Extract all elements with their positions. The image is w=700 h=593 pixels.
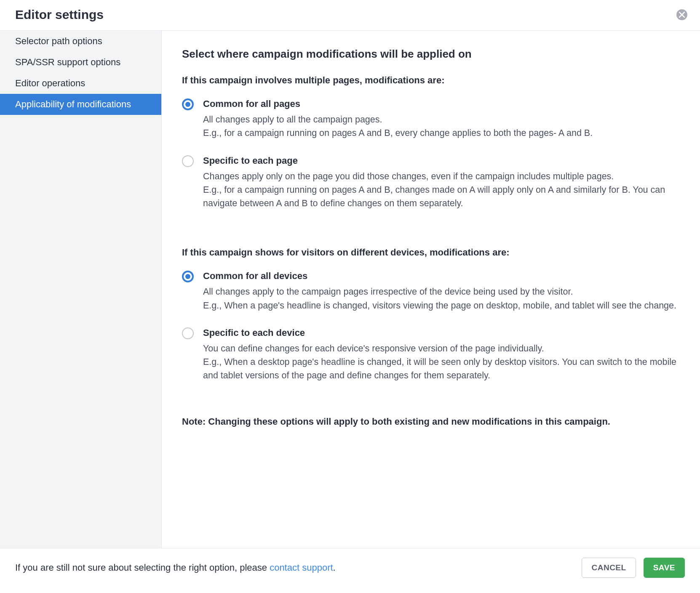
header: Editor settings — [0, 0, 700, 31]
radio-desc: You can define changes for each device's… — [203, 342, 681, 383]
note: Note: Changing these options will apply … — [182, 416, 681, 427]
radio-title: Common for all pages — [203, 98, 593, 109]
footer: If you are still not sure about selectin… — [0, 548, 700, 587]
footer-text-prefix: If you are still not sure about selectin… — [15, 562, 270, 573]
page-title: Editor settings — [15, 8, 104, 22]
close-icon — [679, 12, 685, 18]
radio-content: Common for all pages All changes apply t… — [194, 98, 593, 140]
footer-text-suffix: . — [333, 562, 336, 573]
radio-title: Specific to each device — [203, 327, 681, 338]
main-title: Select where campaign modifications will… — [182, 48, 681, 61]
radio-button-icon — [182, 98, 194, 110]
cancel-button[interactable]: CANCEL — [582, 558, 636, 578]
radio-content: Specific to each page Changes apply only… — [194, 155, 681, 210]
radio-button-icon — [182, 327, 194, 339]
section1-label: If this campaign involves multiple pages… — [182, 75, 681, 86]
radio-common-all-devices[interactable]: Common for all devices All changes apply… — [182, 271, 681, 312]
radio-desc: Changes apply only on the page you did t… — [203, 170, 681, 210]
body: Selector path options SPA/SSR support op… — [0, 31, 700, 548]
radio-specific-each-page[interactable]: Specific to each page Changes apply only… — [182, 155, 681, 210]
sidebar-item-editor-ops[interactable]: Editor operations — [0, 73, 161, 94]
section2-label: If this campaign shows for visitors on d… — [182, 247, 681, 258]
radio-content: Specific to each device You can define c… — [194, 327, 681, 383]
radio-title: Common for all devices — [203, 271, 676, 282]
main-panel: Select where campaign modifications will… — [162, 31, 700, 548]
radio-content: Common for all devices All changes apply… — [194, 271, 676, 312]
save-button[interactable]: SAVE — [644, 558, 685, 578]
radio-specific-each-device[interactable]: Specific to each device You can define c… — [182, 327, 681, 383]
contact-support-link[interactable]: contact support — [270, 562, 333, 573]
radio-desc: All changes apply to the campaign pages … — [203, 285, 676, 312]
sidebar-item-spa-ssr[interactable]: SPA/SSR support options — [0, 52, 161, 73]
close-button[interactable] — [676, 9, 687, 20]
sidebar-item-applicability[interactable]: Applicability of modifications — [0, 94, 161, 115]
radio-desc: All changes apply to all the campaign pa… — [203, 113, 593, 140]
footer-buttons: CANCEL SAVE — [582, 558, 685, 578]
sidebar-item-selector-path[interactable]: Selector path options — [0, 31, 161, 52]
footer-text: If you are still not sure about selectin… — [15, 562, 336, 573]
radio-common-all-pages[interactable]: Common for all pages All changes apply t… — [182, 98, 681, 140]
sidebar: Selector path options SPA/SSR support op… — [0, 31, 162, 548]
radio-button-icon — [182, 271, 194, 282]
radio-title: Specific to each page — [203, 155, 681, 166]
radio-button-icon — [182, 155, 194, 167]
